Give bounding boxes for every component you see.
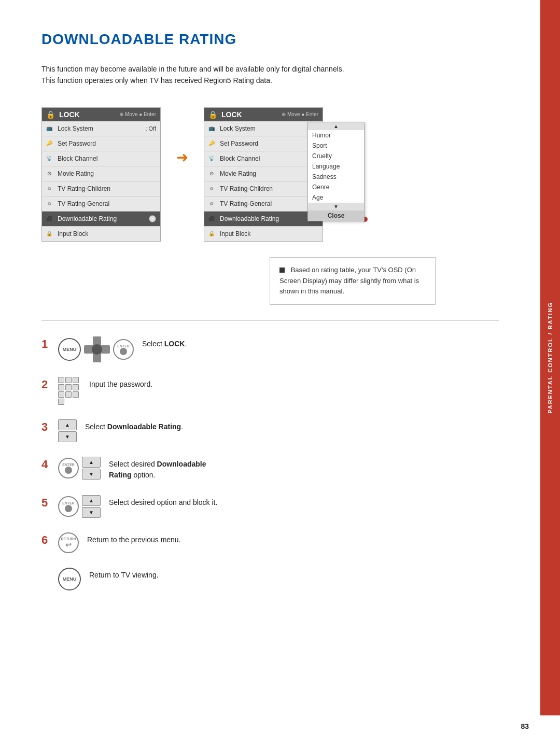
down-btn-5[interactable]: ▼ — [82, 507, 101, 518]
step-7-icons: MENU — [58, 568, 81, 590]
enter-button-4[interactable]: ENTER — [58, 458, 79, 478]
lock-icon-left: 🔒 — [46, 110, 55, 119]
step-1-icons: MENU ENTER — [58, 336, 134, 362]
menu-item-downloadable: ⬛ Downloadable Rating ● — [42, 212, 160, 227]
updown-button-4[interactable]: ▲ ▼ — [82, 457, 101, 480]
step-number-4: 4 — [41, 458, 50, 471]
dropdown-item-genre[interactable]: Genre — [308, 182, 364, 192]
step-6-icons: RETURN ↩ — [58, 532, 79, 553]
r-tv-children-icon: ☺ — [206, 184, 217, 194]
note-box: Based on rating table, your TV's OSD (On… — [270, 257, 436, 305]
r-set-password-icon: 🔑 — [206, 138, 217, 149]
down-btn-4[interactable]: ▼ — [82, 469, 101, 480]
enter-button-5[interactable]: ENTER — [58, 496, 79, 517]
updown-button-3[interactable]: ▲ ▼ — [58, 419, 77, 442]
intro-text: This function may become available in th… — [41, 63, 499, 87]
menu-right-tv-children: ☺ TV Rating-Children — [204, 181, 323, 196]
r-lock-system-icon: 📺 — [206, 123, 217, 134]
step-3-text: Select Downloadable Rating. — [85, 419, 183, 432]
menu-right-title: LOCK — [221, 110, 277, 119]
dropdown-item-humor[interactable]: Humor — [308, 130, 364, 140]
step-5-icons: ENTER ▲ ▼ — [58, 495, 101, 518]
step-5: 5 ENTER ▲ ▼ Select desired option and bl… — [41, 495, 499, 518]
sidebar-label: PARENTAL CONTROL / RATING — [547, 302, 553, 414]
step-4: 4 ENTER ▲ ▼ Select desired DownloadableR… — [41, 457, 499, 481]
dropdown-close[interactable]: Close — [308, 210, 364, 221]
step-5-text: Select desired option and block it. — [109, 495, 217, 508]
up-btn[interactable]: ▲ — [58, 419, 77, 430]
menu-right-tv-general: ☺ TV Rating-General — [204, 196, 323, 212]
steps-section: 1 MENU ENTER Select LOCK. 2 — [41, 336, 499, 590]
diagram-right: 🔒 LOCK ⊕ Move ● Enter 📺 Lock System : Of… — [204, 107, 323, 242]
dpad-button-1[interactable] — [84, 336, 110, 362]
dropdown-item-age[interactable]: Age — [308, 192, 364, 203]
movie-rating-icon: ⊙ — [44, 168, 54, 179]
menu-item-block-channel: 📡 Block Channel — [42, 151, 160, 166]
r-downloadable-icon: ⬛ — [206, 214, 217, 224]
arrow-container: ➜ — [176, 149, 188, 166]
menu-button-7[interactable]: MENU — [58, 568, 81, 590]
step-4-icons: ENTER ▲ ▼ — [58, 457, 101, 480]
note-bullet — [279, 268, 285, 273]
step-6-text: Return to the previous menu. — [87, 532, 181, 545]
tv-general-icon: ☺ — [44, 199, 54, 209]
step-1: 1 MENU ENTER Select LOCK. — [41, 336, 499, 362]
dropdown-item-language[interactable]: Language — [308, 161, 364, 172]
nav-hint-left: ⊕ Move ● Enter — [119, 111, 156, 117]
step-number-2: 2 — [41, 378, 50, 391]
step-2: 2 Input the password. — [41, 377, 499, 405]
step-3: 3 ▲ ▼ Select Downloadable Rating. — [41, 419, 499, 442]
updown-button-5[interactable]: ▲ ▼ — [82, 495, 101, 518]
return-icon: ↩ — [65, 541, 72, 549]
down-btn[interactable]: ▼ — [58, 431, 77, 442]
downloadable-icon: ⬛ — [44, 214, 54, 224]
step-7: MENU Return to TV viewing. — [41, 568, 499, 590]
r-movie-rating-icon: ⊙ — [206, 168, 217, 179]
dropdown-item-sport[interactable]: Sport — [308, 140, 364, 151]
menu-right: 🔒 LOCK ⊕ Move ● Enter 📺 Lock System : Of… — [204, 107, 323, 242]
step-number-3: 3 — [41, 420, 50, 434]
dropdown-item-sadness[interactable]: Sadness — [308, 172, 364, 182]
input-block-icon: 🔒 — [44, 229, 54, 239]
step-7-text: Return to TV viewing. — [89, 568, 159, 581]
step-4-text: Select desired DownloadableRating option… — [109, 457, 206, 481]
numpad-button-2[interactable] — [58, 377, 81, 405]
menu-right-movie-rating: ⊙ Movie Rating — [204, 166, 323, 181]
menu-right-input-block: 🔒 Input Block — [204, 227, 323, 241]
dropdown-item-cruelty[interactable]: Cruelty — [308, 151, 364, 161]
lock-icon-right: 🔒 — [208, 110, 217, 119]
up-btn-5[interactable]: ▲ — [82, 495, 101, 506]
r-block-channel-icon: 📡 — [206, 153, 217, 164]
nav-hint-right: ⊕ Move ● Enter — [282, 111, 318, 117]
menu-right-block-channel: 📡 Block Channel — [204, 151, 323, 166]
note-text: Based on rating table, your TV's OSD (On… — [279, 266, 419, 295]
menu-item-tv-children: ☺ TV Rating-Children — [42, 181, 160, 196]
step-number-1: 1 — [41, 337, 50, 351]
menu-left: 🔒 LOCK ⊕ Move ● Enter 📺 Lock System : Of… — [41, 107, 161, 242]
page-number: 83 — [521, 722, 529, 730]
step-3-icons: ▲ ▼ — [58, 419, 77, 442]
dropdown-arrow-up: ▲ — [308, 122, 364, 130]
divider — [41, 320, 499, 321]
arrow-right-icon: ➜ — [176, 149, 188, 166]
step-2-text: Input the password. — [89, 377, 152, 390]
page-title: DOWNLOADABLE RATING — [41, 31, 499, 48]
menu-right-set-password: 🔑 Set Password — [204, 136, 323, 151]
menu-right-lock-system: 📺 Lock System : Off — [204, 121, 323, 136]
menu-item-set-password: 🔑 Set Password — [42, 136, 160, 151]
r-input-block-icon: 🔒 — [206, 229, 217, 239]
menu-button-1[interactable]: MENU — [58, 338, 81, 361]
lock-system-icon: 📺 — [44, 123, 54, 134]
dropdown-overlay: ▲ Humor Sport Cruelty Language Sadness G… — [307, 122, 365, 221]
menu-item-movie-rating: ⊙ Movie Rating — [42, 166, 160, 181]
step-number-6: 6 — [41, 533, 50, 547]
enter-button-1[interactable]: ENTER — [113, 339, 134, 360]
sidebar: PARENTAL CONTROL / RATING — [540, 0, 560, 715]
diagrams-area: 🔒 LOCK ⊕ Move ● Enter 📺 Lock System : Of… — [41, 107, 499, 242]
dropdown-arrow-down: ▼ — [308, 203, 364, 210]
up-btn-4[interactable]: ▲ — [82, 457, 101, 468]
step-2-icons — [58, 377, 81, 405]
block-channel-icon: 📡 — [44, 153, 54, 164]
return-button-6[interactable]: RETURN ↩ — [58, 532, 79, 553]
menu-left-title: LOCK — [59, 110, 115, 119]
